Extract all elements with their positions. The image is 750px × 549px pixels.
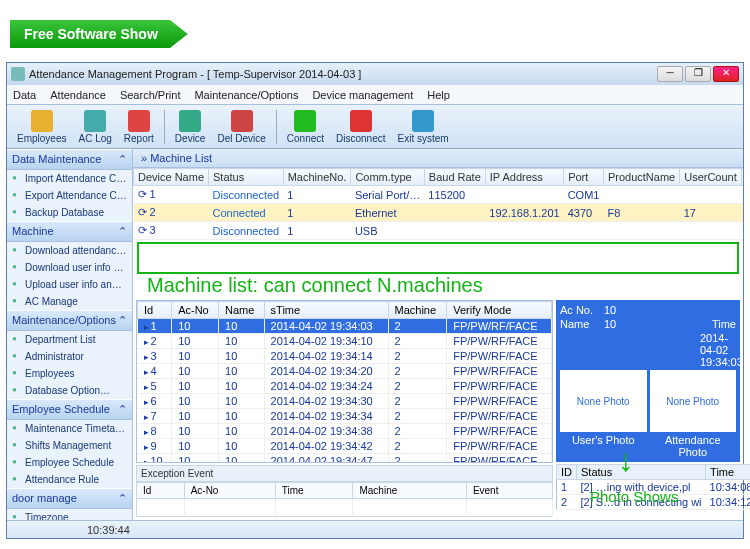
sideitem-uploaduserinfoandf[interactable]: Upload user info and FP: [7, 276, 132, 293]
sidegroup-doormanage[interactable]: door manage⌃: [7, 488, 132, 509]
del-device-icon: [231, 110, 253, 132]
disconnect-icon: [350, 110, 372, 132]
statusbar: 10:39:44: [7, 520, 743, 538]
toolbar-del-device[interactable]: Del Device: [211, 108, 271, 146]
sideitem-administrator[interactable]: Administrator: [7, 348, 132, 365]
machine-list-header: » Machine List: [133, 149, 743, 168]
sideitem-employeeschedule[interactable]: Employee Schedule: [7, 454, 132, 471]
sideitem-attendancerule[interactable]: Attendance Rule: [7, 471, 132, 488]
log-row[interactable]: ▸610102014-04-02 19:34:302FP/PW/RF/FACE: [138, 394, 552, 409]
ml-col[interactable]: UserCount: [680, 169, 742, 186]
employees-icon: [31, 110, 53, 132]
maximize-button[interactable]: ❐: [685, 66, 711, 82]
statusbar-time: 10:39:44: [87, 524, 130, 536]
menu-maintenanceoptions[interactable]: Maintenance/Options: [194, 89, 298, 101]
exc-col[interactable]: Ac-No: [184, 483, 275, 499]
minimize-button[interactable]: ─: [657, 66, 683, 82]
attendance-log-table[interactable]: IdAc-NoNamesTimeMachineVerify Mode▸11010…: [137, 301, 552, 463]
sideitem-databaseoption[interactable]: Database Option…: [7, 382, 132, 399]
machine-row[interactable]: ⟳ 1Disconnected1Serial Port/…115200COM1: [134, 186, 744, 204]
ml-col[interactable]: Admin Count: [741, 169, 743, 186]
log-row[interactable]: ▸910102014-04-02 19:34:422FP/PW/RF/FACE: [138, 439, 552, 454]
chevron-icon: ⌃: [118, 153, 127, 166]
ml-col[interactable]: MachineNo.: [283, 169, 351, 186]
log-row[interactable]: ▸1010102014-04-02 19:34:472FP/PW/RF/FACE: [138, 454, 552, 464]
toolbar-employees[interactable]: Employees: [11, 108, 72, 146]
exc-col[interactable]: Time: [275, 483, 353, 499]
exc-col[interactable]: Id: [137, 483, 185, 499]
status-col[interactable]: Time: [706, 465, 750, 480]
sideitem-downloadattendance[interactable]: Download attendance logs: [7, 242, 132, 259]
log-row[interactable]: ▸810102014-04-02 19:34:382FP/PW/RF/FACE: [138, 424, 552, 439]
log-row[interactable]: ▸110102014-04-02 19:34:032FP/PW/RF/FACE: [138, 319, 552, 334]
toolbar-ac-log[interactable]: AC Log: [72, 108, 117, 146]
sideitem-employees[interactable]: Employees: [7, 365, 132, 382]
user-photo: None Photo: [560, 370, 647, 432]
exc-col[interactable]: Machine: [353, 483, 466, 499]
sideitem-exportattendancech[interactable]: Export Attendance Checking …: [7, 187, 132, 204]
toolbar-exit-system[interactable]: Exit system: [392, 108, 455, 146]
log-col[interactable]: sTime: [264, 302, 388, 319]
sideitem-importattendancech[interactable]: Import Attendance Checking …: [7, 170, 132, 187]
toolbar-connect[interactable]: Connect: [281, 108, 330, 146]
banner: Free Software Show: [10, 20, 188, 48]
annotation-photo-shows: Photo Shows: [590, 488, 678, 505]
machine-row[interactable]: ⟳ 3Disconnected1USB: [134, 222, 744, 240]
status-col[interactable]: Status: [577, 465, 706, 480]
chevron-icon: ⌃: [118, 492, 127, 505]
sidegroup-maintenanceoptions[interactable]: Maintenance/Options⌃: [7, 310, 132, 331]
ml-col[interactable]: Status: [209, 169, 284, 186]
menu-data[interactable]: Data: [13, 89, 36, 101]
ml-col[interactable]: Comm.type: [351, 169, 424, 186]
log-row[interactable]: ▸410102014-04-02 19:34:202FP/PW/RF/FACE: [138, 364, 552, 379]
sideitem-shiftsmanagement[interactable]: Shifts Management: [7, 437, 132, 454]
sideitem-backupdatabase[interactable]: Backup Database: [7, 204, 132, 221]
connect-icon: [294, 110, 316, 132]
menu-help[interactable]: Help: [427, 89, 450, 101]
sidegroup-datamaintenance[interactable]: Data Maintenance⌃: [7, 149, 132, 170]
log-row[interactable]: ▸710102014-04-02 19:34:342FP/PW/RF/FACE: [138, 409, 552, 424]
log-col[interactable]: Name: [219, 302, 265, 319]
chevron-icon: ⌃: [118, 225, 127, 238]
exception-table[interactable]: IdAc-NoTimeMachineEvent: [136, 482, 553, 517]
main-area: » Machine List Device NameStatusMachineN…: [133, 149, 743, 520]
toolbar: EmployeesAC LogReportDeviceDel DeviceCon…: [7, 105, 743, 149]
menu-attendance[interactable]: Attendance: [50, 89, 106, 101]
machine-row[interactable]: ⟳ 2Connected1Ethernet192.168.1.2014370F8…: [134, 204, 744, 222]
sideitem-downloaduserinfoan[interactable]: Download user info and Fp: [7, 259, 132, 276]
ml-col[interactable]: IP Address: [485, 169, 563, 186]
log-col[interactable]: Ac-No: [172, 302, 219, 319]
device-icon: [179, 110, 201, 132]
sidebar: Data Maintenance⌃Import Attendance Check…: [7, 149, 133, 520]
ml-col[interactable]: ProductName: [603, 169, 679, 186]
exit-system-icon: [412, 110, 434, 132]
menu-devicemanagement[interactable]: Device management: [312, 89, 413, 101]
sideitem-departmentlist[interactable]: Department List: [7, 331, 132, 348]
toolbar-report[interactable]: Report: [118, 108, 160, 146]
toolbar-device[interactable]: Device: [169, 108, 212, 146]
machine-list-table[interactable]: Device NameStatusMachineNo.Comm.typeBaud…: [133, 168, 743, 240]
exc-col[interactable]: Event: [466, 483, 552, 499]
ml-col[interactable]: Port: [564, 169, 604, 186]
app-icon: [11, 67, 25, 81]
close-button[interactable]: ✕: [713, 66, 739, 82]
menu-searchprint[interactable]: Search/Print: [120, 89, 181, 101]
log-col[interactable]: Id: [138, 302, 172, 319]
log-row[interactable]: ▸310102014-04-02 19:34:142FP/PW/RF/FACE: [138, 349, 552, 364]
sideitem-maintenancetimetab[interactable]: Maintenance Timetables: [7, 420, 132, 437]
ac-log-icon: [84, 110, 106, 132]
sidegroup-machine[interactable]: Machine⌃: [7, 221, 132, 242]
log-col[interactable]: Machine: [388, 302, 447, 319]
ml-col[interactable]: Baud Rate: [424, 169, 485, 186]
ml-col[interactable]: Device Name: [134, 169, 209, 186]
log-row[interactable]: ▸510102014-04-02 19:34:242FP/PW/RF/FACE: [138, 379, 552, 394]
log-row[interactable]: ▸210102014-04-02 19:34:102FP/PW/RF/FACE: [138, 334, 552, 349]
menubar: DataAttendanceSearch/PrintMaintenance/Op…: [7, 85, 743, 105]
sideitem-timezone[interactable]: Timezone: [7, 509, 132, 520]
toolbar-disconnect[interactable]: Disconnect: [330, 108, 391, 146]
window-title: Attendance Management Program - [ Temp-S…: [29, 68, 657, 80]
sideitem-acmanage[interactable]: AC Manage: [7, 293, 132, 310]
sidegroup-employeeschedule[interactable]: Employee Schedule⌃: [7, 399, 132, 420]
status-col[interactable]: ID: [557, 465, 577, 480]
log-col[interactable]: Verify Mode: [447, 302, 552, 319]
